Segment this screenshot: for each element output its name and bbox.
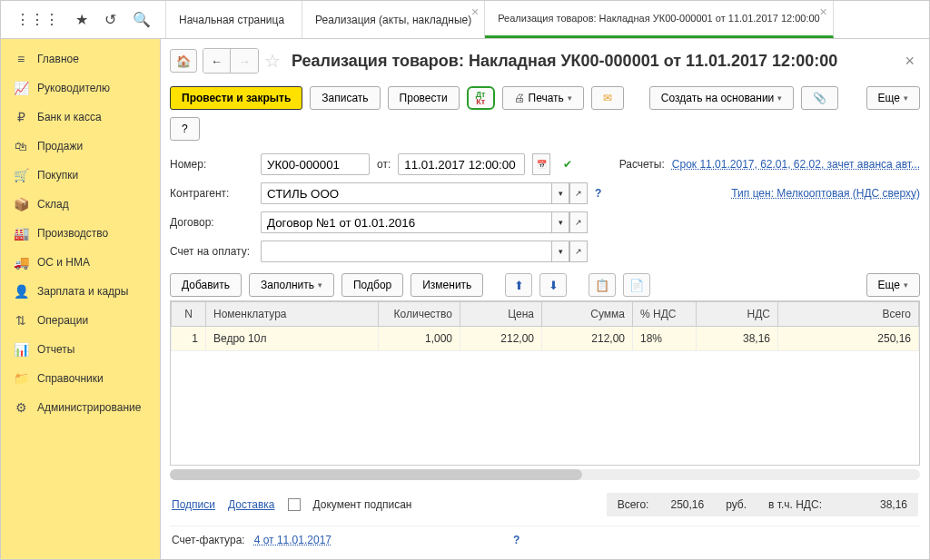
dtkt-button[interactable]: ДтКт — [467, 86, 495, 110]
settlements-link[interactable]: Срок 11.01.2017, 62.01, 62.02, зачет ава… — [672, 158, 920, 171]
tab-realization[interactable]: Реализация (акты, накладные)× — [302, 1, 485, 38]
bag-icon: 🛍 — [14, 139, 28, 153]
price-type-link[interactable]: Тип цен: Мелкооптовая (НДС сверху) — [731, 187, 920, 200]
horizontal-scrollbar[interactable] — [170, 469, 920, 480]
move-down-button[interactable]: ⬇ — [539, 273, 567, 297]
star-icon[interactable]: ★ — [75, 11, 88, 28]
cell-nomenclature[interactable]: Ведро 10л — [206, 327, 379, 351]
col-price[interactable]: Цена — [460, 302, 542, 327]
change-button[interactable]: Изменить — [411, 273, 483, 297]
col-qty[interactable]: Количество — [379, 302, 460, 327]
close-icon[interactable]: × — [471, 5, 479, 19]
tab-active-document[interactable]: Реализация товаров: Накладная УК00-00000… — [485, 1, 833, 38]
contract-label: Договор: — [170, 216, 253, 229]
move-up-button[interactable]: ⬆ — [505, 273, 532, 297]
incl-vat-value: 38,16 — [880, 498, 907, 511]
invoice-for-select: ▾ ↗ — [261, 241, 588, 262]
post-and-close-button[interactable]: Провести и закрыть — [170, 86, 302, 110]
col-vat[interactable]: НДС — [697, 302, 778, 327]
favorite-icon[interactable]: ☆ — [264, 50, 281, 72]
paste-button[interactable]: 📄 — [623, 273, 650, 297]
tab-home[interactable]: Начальная страница — [166, 1, 302, 38]
col-nomenclature[interactable]: Номенклатура — [206, 302, 379, 327]
select-button[interactable]: Подбор — [341, 273, 403, 297]
cell-total[interactable]: 250,16 — [778, 327, 919, 351]
cell-sum[interactable]: 212,00 — [542, 327, 633, 351]
table-row[interactable]: 1 Ведро 10л 1,000 212,00 212,00 18% 38,1… — [172, 327, 919, 351]
sidebar-item-purchases[interactable]: 🛒Покупки — [1, 161, 160, 190]
apps-icon[interactable]: ⋮⋮⋮ — [15, 11, 59, 28]
signatures-link[interactable]: Подписи — [172, 498, 215, 511]
sidebar-item-manager[interactable]: 📈Руководителю — [1, 74, 160, 103]
save-button[interactable]: Записать — [310, 86, 380, 110]
sidebar-item-warehouse[interactable]: 📦Склад — [1, 190, 160, 219]
col-sum[interactable]: Сумма — [542, 302, 633, 327]
cart-icon: 🛒 — [14, 168, 28, 182]
contract-input[interactable] — [261, 211, 551, 233]
scroll-thumb[interactable] — [170, 469, 582, 480]
email-button[interactable]: ✉ — [591, 86, 624, 110]
fill-button[interactable]: Заполнить — [249, 273, 334, 297]
help-icon[interactable]: ? — [513, 534, 519, 546]
cell-price[interactable]: 212,00 — [460, 327, 542, 351]
col-total[interactable]: Всего — [778, 302, 919, 327]
app-window: ⋮⋮⋮ ★ ↺ 🔍 Начальная страница Реализация … — [0, 0, 930, 560]
invoice-link[interactable]: 4 от 11.01.2017 — [254, 534, 331, 546]
cell-n[interactable]: 1 — [172, 327, 206, 351]
sidebar-item-bank[interactable]: ₽Банк и касса — [1, 103, 160, 132]
status-icon: ✔ — [563, 158, 572, 171]
sidebar-item-reports[interactable]: 📊Отчеты — [1, 335, 160, 364]
row-invoice-for: Счет на оплату: ▾ ↗ — [170, 237, 920, 266]
sidebar-item-operations[interactable]: ⇅Операции — [1, 306, 160, 335]
copy-button[interactable]: 📋 — [589, 273, 616, 297]
close-button[interactable]: × — [899, 52, 920, 71]
sidebar-item-salary[interactable]: 👤Зарплата и кадры — [1, 277, 160, 306]
invoice-for-input[interactable] — [261, 241, 551, 262]
more-button[interactable]: Еще — [866, 86, 920, 110]
home-button[interactable]: 🏠 — [170, 49, 197, 73]
dropdown-button[interactable]: ▾ — [551, 182, 569, 204]
sidebar-label: Банк и касса — [37, 111, 102, 123]
sidebar-item-admin[interactable]: ⚙Администрирование — [1, 393, 160, 422]
invoice-label: Счет-фактура: — [172, 534, 245, 546]
date-input[interactable] — [398, 153, 525, 175]
help-icon[interactable]: ? — [595, 187, 601, 200]
history-icon[interactable]: ↺ — [104, 11, 116, 28]
col-vat-pct[interactable]: % НДС — [633, 302, 697, 327]
footer: Подписи Доставка Документ подписан Всего… — [170, 484, 920, 526]
col-n[interactable]: N — [172, 302, 206, 327]
sidebar-item-sales[interactable]: 🛍Продажи — [1, 132, 160, 161]
printer-icon: 🖨 — [514, 92, 525, 104]
sidebar-label: Руководителю — [37, 82, 110, 94]
sidebar-item-directories[interactable]: 📁Справочники — [1, 364, 160, 393]
calendar-button[interactable]: 📅 — [532, 153, 550, 175]
add-button[interactable]: Добавить — [170, 273, 242, 297]
open-button[interactable]: ↗ — [569, 182, 588, 204]
sidebar-item-main[interactable]: ≡Главное — [1, 44, 160, 74]
open-button[interactable]: ↗ — [569, 241, 588, 262]
dropdown-button[interactable]: ▾ — [551, 211, 569, 233]
doc-signed-checkbox[interactable] — [288, 498, 301, 511]
dropdown-button[interactable]: ▾ — [551, 241, 569, 262]
sidebar-label: Продажи — [37, 140, 83, 152]
cell-vat[interactable]: 38,16 — [697, 327, 778, 351]
open-button[interactable]: ↗ — [569, 211, 588, 233]
sidebar-item-assets[interactable]: 🚚ОС и НМА — [1, 248, 160, 277]
create-based-button[interactable]: Создать на основании — [649, 86, 795, 110]
sidebar-item-production[interactable]: 🏭Производство — [1, 219, 160, 248]
help-button[interactable]: ? — [170, 117, 200, 141]
cell-vat-pct[interactable]: 18% — [633, 327, 697, 351]
back-button[interactable]: ← — [203, 49, 231, 73]
close-icon[interactable]: × — [820, 5, 827, 19]
contractor-input[interactable] — [261, 182, 551, 204]
delivery-link[interactable]: Доставка — [228, 498, 275, 511]
attach-button[interactable]: 📎 — [801, 86, 838, 110]
table-more-button[interactable]: Еще — [866, 273, 920, 297]
forward-button[interactable]: → — [231, 49, 258, 73]
cell-qty[interactable]: 1,000 — [379, 327, 460, 351]
search-icon[interactable]: 🔍 — [133, 11, 151, 28]
post-button[interactable]: Провести — [388, 86, 460, 110]
number-input[interactable] — [261, 153, 370, 175]
print-button[interactable]: 🖨 Печать — [502, 86, 584, 110]
row-contractor: Контрагент: ▾ ↗ ? Тип цен: Мелкооптовая … — [170, 179, 920, 208]
